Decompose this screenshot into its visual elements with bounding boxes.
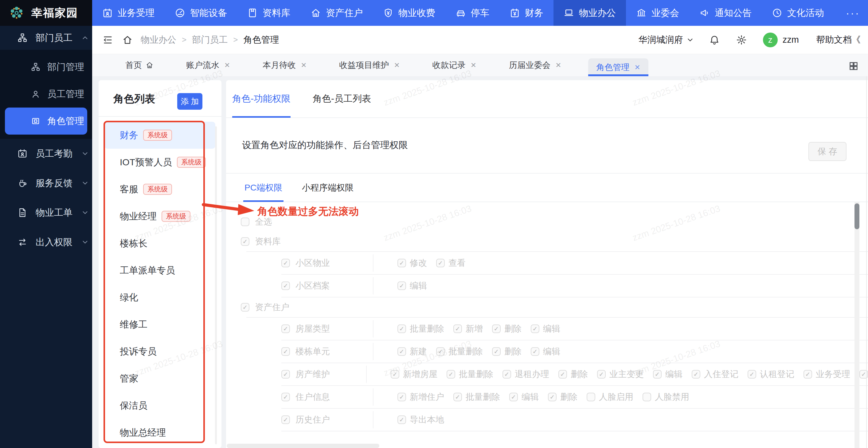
save-button[interactable]: 保 存 xyxy=(808,142,846,161)
checkbox-checked[interactable] xyxy=(281,415,290,424)
checkbox-checked[interactable] xyxy=(398,259,406,267)
tab-close-icon[interactable]: ✕ xyxy=(555,61,561,69)
role-item-投诉专员[interactable]: 投诉专员 xyxy=(104,338,215,365)
subtab-pc-permissions[interactable]: PC端权限 xyxy=(245,174,282,202)
sidebar-group-物业工单[interactable]: 物业工单 xyxy=(0,198,92,228)
tab-close-icon[interactable]: ✕ xyxy=(470,61,476,69)
topnav-item-文化活动[interactable]: 文化活动 xyxy=(762,0,834,26)
tab-home[interactable]: 首页 xyxy=(120,54,159,76)
checkbox-checked[interactable] xyxy=(281,370,290,379)
tab-role-function-permissions[interactable]: 角色-功能权限 xyxy=(232,80,290,117)
checkbox-checked[interactable] xyxy=(453,325,462,333)
checkbox-unchecked[interactable] xyxy=(587,393,595,401)
checkbox-checked[interactable] xyxy=(548,393,557,401)
checkbox-checked[interactable] xyxy=(398,281,406,290)
checkbox-checked[interactable] xyxy=(653,370,661,379)
role-item-客服[interactable]: 客服系统级 xyxy=(104,176,215,203)
tab-close-icon[interactable]: ✕ xyxy=(301,61,307,69)
sidebar-item-部门管理[interactable]: 部门管理 xyxy=(0,54,92,81)
tab-历届业委会[interactable]: 历届业委会✕ xyxy=(503,54,567,76)
checkbox-checked[interactable] xyxy=(281,325,290,333)
sidebar-collapse-button[interactable] xyxy=(102,35,113,45)
community-selector[interactable]: 华润城润府 xyxy=(639,34,694,46)
topnav-item-业务受理[interactable]: 业务受理 xyxy=(92,0,165,26)
checkbox-unchecked[interactable] xyxy=(241,217,249,226)
settings-button[interactable] xyxy=(736,34,748,46)
checkbox-checked[interactable] xyxy=(558,370,567,379)
checkbox-checked[interactable] xyxy=(804,370,812,379)
checkbox-checked[interactable] xyxy=(692,370,700,379)
subtab-miniprogram-permissions[interactable]: 小程序端权限 xyxy=(302,174,353,202)
tab-收益项目维护[interactable]: 收益项目维护✕ xyxy=(334,54,405,76)
role-item-工单派单专员[interactable]: 工单派单专员 xyxy=(104,257,215,284)
checkbox-checked[interactable] xyxy=(281,393,290,401)
breadcrumb-home-button[interactable] xyxy=(122,35,133,45)
role-item-IOT预警人员[interactable]: IOT预警人员系统级 xyxy=(104,149,215,176)
add-role-button[interactable]: 添 加 xyxy=(177,93,203,110)
topnav-item-业委会[interactable]: 业委会 xyxy=(626,0,689,26)
role-item-管家[interactable]: 管家 xyxy=(104,365,215,392)
sidebar-group-出入权限[interactable]: 出入权限 xyxy=(0,228,92,257)
topnav-item-物业办公[interactable]: 物业办公 xyxy=(554,0,626,26)
checkbox-checked[interactable] xyxy=(241,303,249,311)
checkbox-checked[interactable] xyxy=(391,370,399,379)
help-docs-link[interactable]: 帮助文档《 xyxy=(816,34,861,46)
topnav-item-通知公告[interactable]: 通知公告 xyxy=(689,0,762,26)
tab-角色管理[interactable]: 角色管理✕ xyxy=(588,58,648,76)
topnav-item-资料库[interactable]: 资料库 xyxy=(237,0,300,26)
sidebar-group-员工考勤[interactable]: 员工考勤 xyxy=(0,139,92,169)
role-item-物业经理[interactable]: 物业经理系统级 xyxy=(104,203,215,230)
checkbox-checked[interactable] xyxy=(509,393,518,401)
checkbox-checked[interactable] xyxy=(436,347,445,356)
tab-本月待收[interactable]: 本月待收✕ xyxy=(257,54,312,76)
user-avatar[interactable]: z xyxy=(763,33,778,47)
checkbox-checked[interactable] xyxy=(446,370,455,379)
role-item-物业总经理[interactable]: 物业总经理 xyxy=(104,419,215,446)
checkbox-checked[interactable] xyxy=(281,281,290,290)
checkbox-checked[interactable] xyxy=(531,325,539,333)
sidebar-item-角色管理[interactable]: 角色管理 xyxy=(5,108,87,135)
checkbox-checked[interactable] xyxy=(398,415,406,424)
topnav-item-资产住户[interactable]: 资产住户 xyxy=(300,0,373,26)
role-item-绿化[interactable]: 绿化 xyxy=(104,284,215,311)
tab-账户流水[interactable]: 账户流水✕ xyxy=(181,54,236,76)
checkbox-unchecked[interactable] xyxy=(643,393,651,401)
notifications-button[interactable] xyxy=(709,34,721,46)
breadcrumb-item[interactable]: 物业办公 xyxy=(141,34,176,46)
horizontal-scrollbar-thumb[interactable] xyxy=(227,444,379,448)
checkbox-checked[interactable] xyxy=(492,347,501,356)
tab-收款记录[interactable]: 收款记录✕ xyxy=(427,54,482,76)
role-item-财务[interactable]: 财务系统级 xyxy=(104,122,215,149)
role-list-scrollbar[interactable] xyxy=(215,126,217,444)
checkbox-checked[interactable] xyxy=(492,325,501,333)
checkbox-checked[interactable] xyxy=(398,325,406,333)
checkbox-checked[interactable] xyxy=(748,370,756,379)
checkbox-checked[interactable] xyxy=(281,347,290,356)
role-item-楼栋长[interactable]: 楼栋长 xyxy=(104,230,215,257)
checkbox-checked[interactable] xyxy=(453,393,462,401)
role-item-保洁员[interactable]: 保洁员 xyxy=(104,392,215,419)
tab-close-icon[interactable]: ✕ xyxy=(224,61,230,69)
checkbox-checked[interactable] xyxy=(597,370,606,379)
topnav-item-财务[interactable]: 财务 xyxy=(499,0,554,26)
tab-layout-button[interactable] xyxy=(848,61,859,71)
vertical-scrollbar-track[interactable] xyxy=(855,202,859,448)
topnav-more-button[interactable]: ··· xyxy=(838,0,868,26)
topnav-item-智能设备[interactable]: 智能设备 xyxy=(165,0,237,26)
topnav-item-物业收费[interactable]: 物业收费 xyxy=(373,0,445,26)
tab-close-icon[interactable]: ✕ xyxy=(634,63,640,71)
sidebar-group-服务反馈[interactable]: 服务反馈 xyxy=(0,169,92,198)
breadcrumb-item[interactable]: 部门员工 xyxy=(192,34,227,46)
role-item-维修工[interactable]: 维修工 xyxy=(104,311,215,338)
checkbox-checked[interactable] xyxy=(531,347,539,356)
vertical-scrollbar-thumb[interactable] xyxy=(855,203,859,229)
topnav-item-停车[interactable]: 停车 xyxy=(445,0,499,26)
checkbox-checked[interactable] xyxy=(398,347,406,356)
checkbox-checked[interactable] xyxy=(241,237,249,246)
checkbox-checked[interactable] xyxy=(281,259,290,267)
checkbox-checked[interactable] xyxy=(398,393,406,401)
tab-close-icon[interactable]: ✕ xyxy=(394,61,400,69)
sidebar-item-员工管理[interactable]: 员工管理 xyxy=(0,81,92,108)
sidebar-group-department-staff[interactable]: 部门员工 xyxy=(0,26,92,50)
checkbox-checked[interactable] xyxy=(502,370,511,379)
